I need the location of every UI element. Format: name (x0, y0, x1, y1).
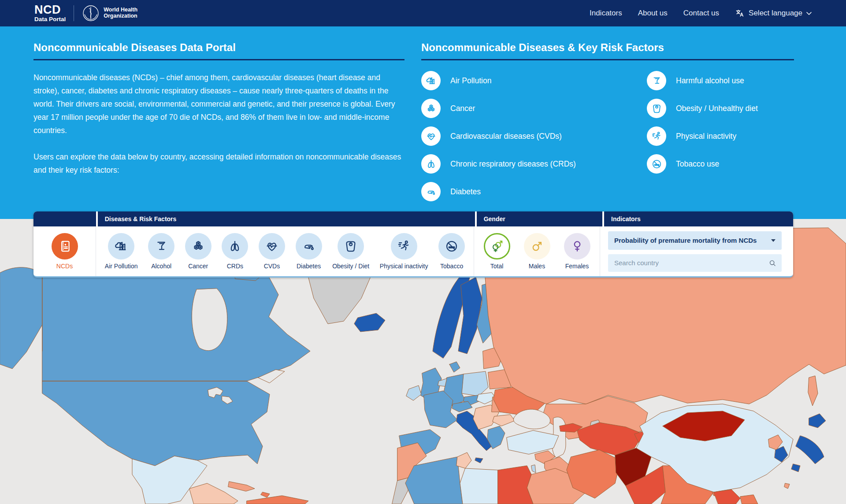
filter-headers: Diseases & Risk Factors Gender Indicator… (33, 211, 793, 226)
risk-item-air-pollution[interactable]: Air Pollution (421, 71, 647, 90)
filter-tobacco[interactable]: Tobacco (438, 233, 465, 270)
gender-males-button[interactable]: Males (524, 233, 550, 270)
nav-links: Indicators About us Contact us Select la… (590, 8, 812, 18)
male-icon (524, 233, 550, 259)
risk-factors-column-1: Air Pollution Cancer Cardiovascular dise… (421, 71, 647, 201)
air-pollution-icon (421, 71, 441, 90)
risk-factors-title: Noncommunicable Diseases & Key Risk Fact… (421, 41, 794, 54)
filter-toolbar: Diseases & Risk Factors Gender Indicator… (33, 211, 793, 278)
risk-item-diabetes[interactable]: Diabetes (421, 182, 647, 201)
cocktail-glass-icon (647, 71, 666, 90)
air-pollution-icon (108, 233, 134, 259)
translate-icon (735, 8, 745, 18)
search-icon (768, 259, 776, 267)
diseases-section: Air Pollution Alcohol Cancer CRDs CVDs D… (96, 226, 474, 276)
cancer-cells-icon (421, 99, 441, 118)
language-selector[interactable]: Select language (735, 8, 812, 18)
header-ncds-segment (33, 211, 96, 226)
risk-item-obesity[interactable]: Obesity / Unhealthy diet (647, 99, 758, 118)
country-search-box (608, 254, 782, 272)
who-emblem-icon (82, 4, 100, 22)
header-gender: Gender (477, 211, 602, 226)
language-label: Select language (749, 9, 802, 18)
nav-item-indicators[interactable]: Indicators (590, 9, 622, 18)
blood-drop-hand-icon (421, 182, 441, 201)
weight-scale-icon (647, 99, 666, 118)
risk-item-physical-inactivity[interactable]: Physical inactivity (647, 126, 758, 146)
filter-crds[interactable]: CRDs (222, 233, 248, 270)
risk-item-alcohol[interactable]: Harmful alcohol use (647, 71, 758, 90)
risk-item-crds[interactable]: Chronic respiratory diseases (CRDs) (421, 154, 647, 174)
page-title: Noncommunicable Diseases Data Portal (33, 41, 404, 54)
intro-paragraph-2: Users can explore the data below by coun… (33, 150, 404, 177)
title-underline (421, 59, 794, 60)
brand-title: NCD (34, 4, 66, 16)
search-country-input[interactable] (613, 259, 768, 267)
hero-section: Noncommunicable Diseases Data Portal Non… (0, 26, 846, 219)
cancer-cells-icon (185, 233, 212, 259)
hudson-bay (192, 289, 227, 351)
risk-item-tobacco[interactable]: Tobacco use (647, 154, 758, 174)
chevron-down-icon (806, 12, 812, 15)
female-icon (564, 233, 590, 259)
risk-item-cancer[interactable]: Cancer (421, 99, 647, 118)
region-libya[interactable] (460, 468, 498, 504)
logo-divider (74, 5, 74, 21)
no-smoking-icon (438, 233, 465, 259)
risk-factors-panel: Noncommunicable Diseases & Key Risk Fact… (421, 41, 794, 201)
filter-ncds-button[interactable]: NCDs (52, 233, 78, 270)
gender-section: Total Males Females (474, 226, 600, 276)
gender-total-icon (484, 233, 510, 259)
risk-item-cvds[interactable]: Cardiovascular diseases (CVDs) (421, 126, 647, 146)
lungs-icon (421, 154, 441, 174)
filter-alcohol[interactable]: Alcohol (148, 233, 174, 270)
weight-scale-icon (338, 233, 364, 259)
risk-factors-column-2: Harmful alcohol use Obesity / Unhealthy … (647, 71, 758, 201)
header-indicators: Indicators (604, 211, 793, 226)
no-smoking-icon (647, 154, 666, 174)
runner-icon (647, 126, 666, 146)
who-logo[interactable]: World Health Organization (82, 4, 137, 22)
filter-diabetes[interactable]: Diabetes (296, 233, 322, 270)
filter-air-pollution[interactable]: Air Pollution (105, 233, 138, 270)
filter-cancer[interactable]: Cancer (185, 233, 212, 270)
who-name: World Health Organization (104, 7, 137, 19)
heart-pulse-icon (259, 233, 285, 259)
nav-item-about-us[interactable]: About us (638, 9, 668, 18)
indicators-section: Probability of premature mortality from … (600, 226, 790, 276)
brand-subtitle: Data Portal (34, 16, 66, 22)
runner-icon (391, 233, 417, 259)
title-underline (33, 59, 404, 60)
ncd-portal-logo[interactable]: NCD Data Portal (34, 4, 66, 22)
caret-down-icon (771, 239, 776, 242)
heart-pulse-icon (421, 126, 441, 146)
cocktail-glass-icon (148, 233, 174, 259)
intro-paragraph-1: Noncommunicable diseases (NCDs) – chief … (33, 71, 404, 137)
lungs-icon (222, 233, 248, 259)
ncds-section: NCDs (33, 226, 96, 276)
filter-cvds[interactable]: CVDs (259, 233, 285, 270)
region-egypt[interactable] (498, 466, 533, 504)
filter-physical-inactivity[interactable]: Physical inactivity (380, 233, 428, 270)
gender-females-button[interactable]: Females (564, 233, 590, 270)
blood-drop-hand-icon (296, 233, 322, 259)
ncd-report-icon (52, 233, 78, 259)
filter-obesity-diet[interactable]: Obesity / Diet (332, 233, 369, 270)
indicator-dropdown[interactable]: Probability of premature mortality from … (608, 231, 782, 250)
header-diseases: Diseases & Risk Factors (98, 211, 475, 226)
nav-item-contact-us[interactable]: Contact us (683, 9, 719, 18)
gender-total-button[interactable]: Total (484, 233, 510, 270)
indicator-dropdown-value: Probability of premature mortality from … (614, 237, 757, 244)
hero-intro: Noncommunicable Diseases Data Portal Non… (33, 41, 404, 190)
top-navbar: NCD Data Portal World Health Organizatio… (0, 0, 846, 26)
